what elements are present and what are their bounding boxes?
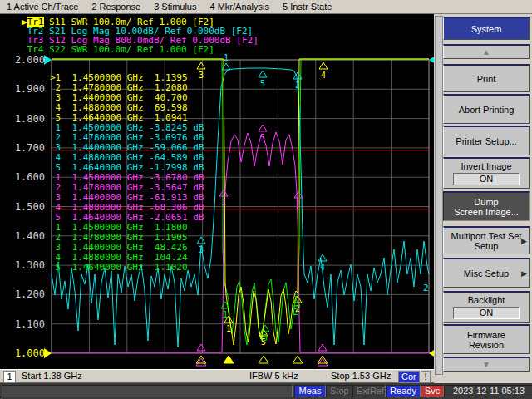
marker-number-label: 1 bbox=[224, 53, 229, 62]
softkey-printer-setup[interactable]: Printer Setup... bbox=[443, 126, 530, 155]
softkey-label: Abort Printing bbox=[459, 105, 515, 115]
softkey-multiport-test-set-setup[interactable]: Multiport Test SetSetup▶ bbox=[443, 226, 530, 254]
y-axis-tick-label: 1.900 bbox=[7, 83, 45, 95]
analyzer-screen: 1 Active Ch/Trace2 Response3 Stimulus4 M… bbox=[0, 0, 532, 399]
marker-triangle-icon bbox=[197, 344, 205, 351]
status-indicator-ready: Ready bbox=[386, 385, 421, 397]
marker-triangle-icon bbox=[318, 344, 327, 351]
softkey-toggle-value: ON bbox=[453, 307, 520, 319]
softkey-label: Print bbox=[477, 74, 496, 84]
scroll-up-icon: ▲ bbox=[482, 47, 490, 57]
softkey-menu-title: System bbox=[443, 17, 530, 40]
marker-number-label: 2 bbox=[295, 81, 300, 90]
y-axis-tick-label: 1.400 bbox=[7, 230, 45, 242]
y-axis-tick-label: 1.300 bbox=[7, 259, 45, 271]
y-axis-tick-label: 1.500 bbox=[7, 201, 45, 213]
axis-marker-under-icon bbox=[196, 358, 206, 366]
stop-frequency-label: Stop 1.53 GHz bbox=[331, 371, 391, 381]
marker-number-label: 1 bbox=[221, 198, 226, 207]
softkey-scrollbar[interactable] bbox=[435, 16, 443, 375]
active-marker-axis-icon bbox=[224, 356, 234, 363]
marker-table: >1 1.4500000 GHz 1.1395 2 1.4780000 GHz … bbox=[50, 73, 204, 273]
marker-number-label: 2 bbox=[296, 200, 301, 209]
marker-triangle-icon bbox=[318, 254, 327, 261]
y-axis-tick-label: 1.700 bbox=[7, 142, 45, 154]
softkey-dump-screen-image[interactable]: DumpScreen Image... bbox=[443, 191, 530, 221]
start-frequency-label: Start 1.38 GHz bbox=[22, 371, 82, 381]
trace2-edge-label: 2 bbox=[423, 283, 429, 293]
marker-axis-icon bbox=[318, 356, 328, 363]
marker-number-label: 2 bbox=[293, 308, 298, 317]
softkey-misc-setup[interactable]: Misc Setup▶ bbox=[443, 258, 530, 288]
y-axis-tick-label: 2.000 bbox=[7, 54, 45, 66]
marker-number-label: 1 bbox=[223, 310, 228, 319]
status-indicator-svc: Svc bbox=[421, 385, 444, 397]
reference-level-arrow-icon bbox=[44, 348, 52, 358]
y-axis-tick-label: 1.600 bbox=[7, 171, 45, 183]
softkey-scroll-down-button[interactable]: ▼ bbox=[443, 357, 530, 372]
softkey-scroll-up-button[interactable]: ▲ bbox=[443, 44, 530, 59]
softkey-invert-image[interactable]: Invert ImageON bbox=[443, 157, 530, 189]
marker-axis-icon bbox=[196, 356, 206, 363]
reference-level-arrow-icon bbox=[44, 55, 52, 65]
channel-number: 1 bbox=[3, 371, 16, 383]
status-bar: MeasStopExtRefReadySvc2023-12-11 05:13 bbox=[0, 383, 532, 399]
softkey-print[interactable]: Print bbox=[443, 64, 530, 92]
marker-triangle-icon bbox=[197, 62, 205, 69]
softkey-abort-printing[interactable]: Abort Printing bbox=[443, 94, 530, 124]
status-message-area bbox=[2, 385, 293, 397]
softkey-label: Screen Image... bbox=[454, 207, 519, 217]
submenu-arrow-icon: ▶ bbox=[521, 269, 527, 278]
marker-number-label: 1 bbox=[226, 324, 231, 333]
status-indicator-extref: ExtRef bbox=[352, 385, 386, 397]
softkey-toggle-value: ON bbox=[453, 173, 520, 185]
submenu-arrow-icon: ▶ bbox=[521, 237, 527, 245]
y-axis-tick-label: 1.800 bbox=[7, 113, 45, 125]
softkey-label: Invert Image bbox=[461, 161, 511, 171]
softkey-label: Multiport Test Set bbox=[451, 231, 522, 241]
y-axis-tick-label: 1.200 bbox=[7, 288, 45, 300]
marker-triangle-icon bbox=[259, 125, 267, 131]
softkey-label: Misc Setup bbox=[464, 268, 509, 278]
scroll-down-icon: ▼ bbox=[482, 360, 490, 369]
marker-triangle-icon bbox=[259, 71, 267, 77]
softkey-label: Revision bbox=[469, 340, 504, 350]
marker-number-label: 5 bbox=[260, 79, 265, 88]
correction-badge: Cor bbox=[398, 371, 420, 383]
softkey-label: Firmware bbox=[467, 330, 505, 340]
ifbw-label: IFBW 5 kHz bbox=[249, 371, 298, 381]
softkey-firmware-revision[interactable]: FirmwareRevision bbox=[443, 324, 530, 354]
y-axis-tick-label: 1.100 bbox=[7, 318, 45, 330]
channel-bar: 1 Start 1.38 GHz IFBW 5 kHz Stop 1.53 GH… bbox=[0, 369, 436, 383]
marker-number-label: 4 bbox=[320, 263, 325, 272]
softkey-label: Backlight bbox=[468, 295, 505, 305]
marker-number-label: 5 bbox=[260, 133, 265, 142]
softkey-label: Dump bbox=[474, 197, 498, 207]
softkey-sidebar: System ▲ ▼ PrintAbort PrintingPrinter Se… bbox=[434, 14, 532, 383]
softkey-label: Setup bbox=[475, 241, 499, 251]
softkey-backlight[interactable]: BacklightON bbox=[443, 291, 530, 323]
datetime-display: 2023-12-11 05:13 bbox=[444, 385, 532, 397]
status-indicator-stop: Stop bbox=[326, 385, 352, 397]
axis-marker-under-icon bbox=[318, 358, 328, 366]
marker-number-label: 5 bbox=[263, 333, 268, 342]
marker-axis-icon bbox=[293, 356, 303, 363]
marker-number-label: 4 bbox=[321, 71, 326, 80]
marker-axis-icon bbox=[259, 356, 268, 363]
y-axis-tick-label: 1.000 bbox=[7, 347, 45, 359]
status-indicator-meas: Meas bbox=[294, 385, 326, 397]
marker-triangle-icon bbox=[222, 63, 230, 70]
warning-badge: ! bbox=[421, 371, 431, 383]
marker-table-row: 5 1.4640000 GHz 1.1020 bbox=[50, 263, 204, 273]
marker-triangle-icon bbox=[219, 190, 228, 196]
marker-triangle-icon bbox=[319, 62, 328, 69]
softkey-label: Printer Setup... bbox=[456, 136, 516, 146]
